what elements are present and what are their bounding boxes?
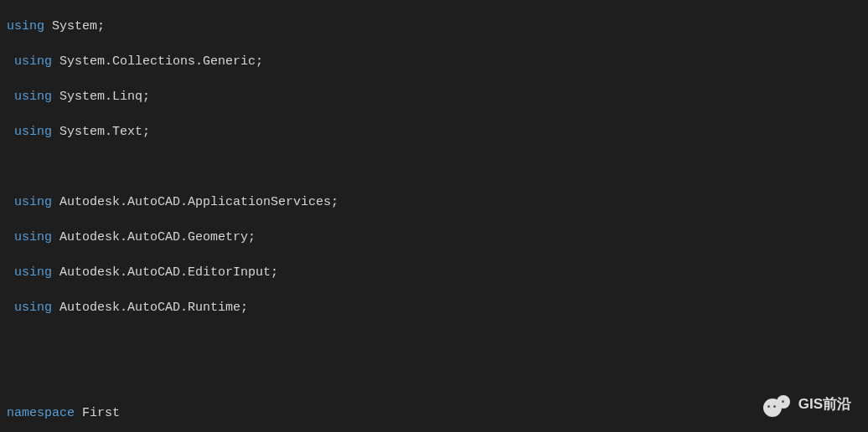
code-editor[interactable]: using System; using System.Collections.G…	[0, 0, 868, 432]
code-line: using Autodesk.AutoCAD.Geometry;	[7, 229, 868, 246]
watermark-text: GIS前沿	[798, 395, 851, 413]
wechat-icon	[763, 390, 790, 417]
code-line: using System.Collections.Generic;	[7, 53, 868, 70]
namespace-ref: System	[52, 19, 97, 33]
code-line: using Autodesk.AutoCAD.EditorInput;	[7, 264, 868, 281]
code-line: using Autodesk.AutoCAD.ApplicationServic…	[7, 193, 868, 211]
code-line	[7, 369, 868, 387]
keyword: using	[7, 19, 44, 33]
code-line: using System.Text;	[7, 123, 868, 141]
code-line: using System;	[7, 18, 868, 35]
code-line: using System.Linq;	[7, 88, 868, 105]
code-line	[7, 334, 868, 352]
namespace-name: First	[82, 406, 120, 420]
code-line: namespace First	[7, 404, 868, 422]
code-line	[7, 158, 868, 176]
keyword: namespace	[7, 406, 75, 420]
code-line: using Autodesk.AutoCAD.Runtime;	[7, 299, 868, 316]
watermark: GIS前沿	[763, 390, 851, 417]
